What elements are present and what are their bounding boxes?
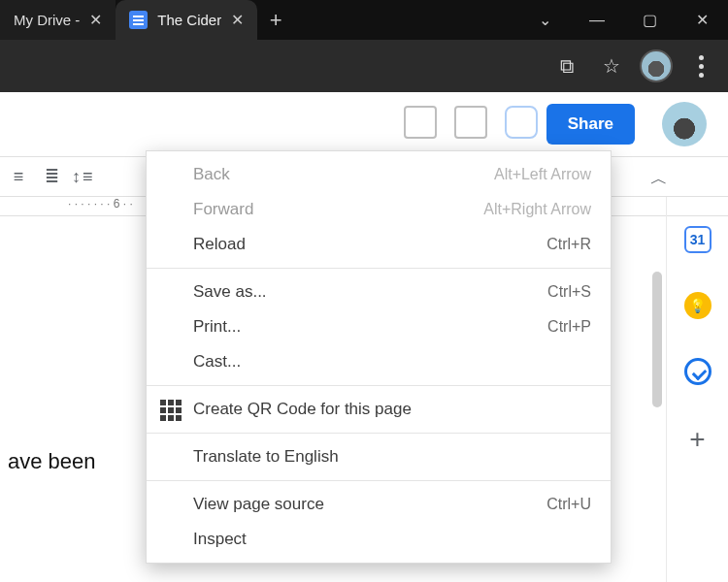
menu-item-save-as[interactable]: Save as...Ctrl+S: [147, 275, 611, 309]
tab-mydrive[interactable]: My Drive - ✕: [0, 0, 116, 40]
menu-item-cast[interactable]: Cast...: [147, 344, 611, 379]
tab-cider[interactable]: The Cider ✕: [116, 0, 257, 40]
browser-toolbar: ⧉ ☆: [0, 40, 728, 92]
menu-separator: [147, 480, 611, 481]
menu-item-label: Print...: [193, 317, 241, 337]
meet-icon[interactable]: [505, 106, 538, 139]
menu-item-label: Back: [193, 165, 230, 184]
menu-separator: [147, 385, 611, 386]
menu-item-shortcut: Ctrl+R: [546, 236, 591, 253]
align-left-icon[interactable]: ≡: [6, 167, 31, 187]
menu-item-shortcut: Alt+Left Arrow: [494, 166, 591, 183]
share-button[interactable]: Share: [546, 104, 635, 145]
tasks-icon[interactable]: [684, 358, 711, 385]
menu-item-label: Inspect: [193, 530, 247, 549]
add-addon-button[interactable]: +: [689, 424, 705, 455]
line-spacing-button[interactable]: ↕≡: [72, 167, 93, 187]
install-app-icon[interactable]: ⧉: [547, 47, 586, 85]
context-menu: BackAlt+Left ArrowForwardAlt+Right Arrow…: [146, 150, 612, 564]
calendar-icon[interactable]: 31: [684, 226, 711, 253]
menu-item-shortcut: Ctrl+P: [547, 318, 591, 336]
profile-avatar[interactable]: [637, 47, 676, 85]
scrollbar-thumb[interactable]: [652, 272, 662, 407]
collapse-toolbar-icon[interactable]: ︿: [650, 167, 668, 190]
account-avatar[interactable]: [662, 102, 707, 146]
menu-item-label: View page source: [193, 495, 324, 514]
side-panel: 31 💡 +: [666, 197, 728, 582]
menu-item-back: BackAlt+Left Arrow: [147, 157, 611, 192]
menu-separator: [147, 268, 611, 269]
google-docs-icon: [129, 11, 148, 29]
tab-label: My Drive -: [14, 12, 80, 28]
docs-header: Share: [0, 92, 728, 156]
menu-item-label: Translate to English: [193, 447, 339, 467]
close-icon[interactable]: ✕: [231, 11, 244, 29]
align-justify-icon[interactable]: ≣: [39, 166, 64, 187]
history-icon[interactable]: [404, 106, 437, 139]
window-controls: ⌄ — ▢ ✕: [518, 0, 728, 40]
new-tab-button[interactable]: +: [257, 0, 294, 40]
menu-item-label: Create QR Code for this page: [193, 400, 412, 419]
browser-menu-button[interactable]: [681, 47, 720, 85]
menu-item-label: Reload: [193, 235, 246, 254]
menu-item-shortcut: Ctrl+U: [546, 496, 591, 513]
document-text: ave been: [8, 449, 96, 473]
tabs-dropdown-icon[interactable]: ⌄: [518, 0, 571, 40]
menu-item-forward: ForwardAlt+Right Arrow: [147, 192, 611, 227]
menu-item-shortcut: Alt+Right Arrow: [483, 201, 591, 218]
menu-item-label: Save as...: [193, 282, 267, 302]
close-icon[interactable]: ✕: [89, 11, 102, 29]
maximize-button[interactable]: ▢: [623, 0, 676, 40]
comment-icon[interactable]: [454, 106, 487, 139]
menu-item-shortcut: Ctrl+S: [547, 283, 591, 301]
qr-code-icon: [160, 400, 180, 419]
menu-item-label: Cast...: [193, 352, 241, 372]
menu-item-create-qr-code-for-this-page[interactable]: Create QR Code for this page: [147, 392, 611, 427]
menu-item-translate-to-english[interactable]: Translate to English: [147, 439, 611, 474]
close-window-button[interactable]: ✕: [676, 0, 728, 40]
share-label: Share: [568, 114, 613, 134]
titlebar: My Drive - ✕ The Cider ✕ + ⌄ — ▢ ✕: [0, 0, 728, 40]
menu-item-reload[interactable]: ReloadCtrl+R: [147, 227, 611, 262]
menu-item-print[interactable]: Print...Ctrl+P: [147, 309, 611, 344]
menu-item-label: Forward: [193, 200, 253, 219]
menu-separator: [147, 433, 611, 434]
tab-label: The Cider: [157, 12, 221, 28]
bookmark-star-icon[interactable]: ☆: [592, 47, 631, 85]
keep-icon[interactable]: 💡: [684, 292, 711, 319]
menu-item-inspect[interactable]: Inspect: [147, 522, 611, 557]
menu-item-view-page-source[interactable]: View page sourceCtrl+U: [147, 487, 611, 522]
ruler-mark: 6: [114, 197, 120, 210]
minimize-button[interactable]: —: [571, 0, 623, 40]
